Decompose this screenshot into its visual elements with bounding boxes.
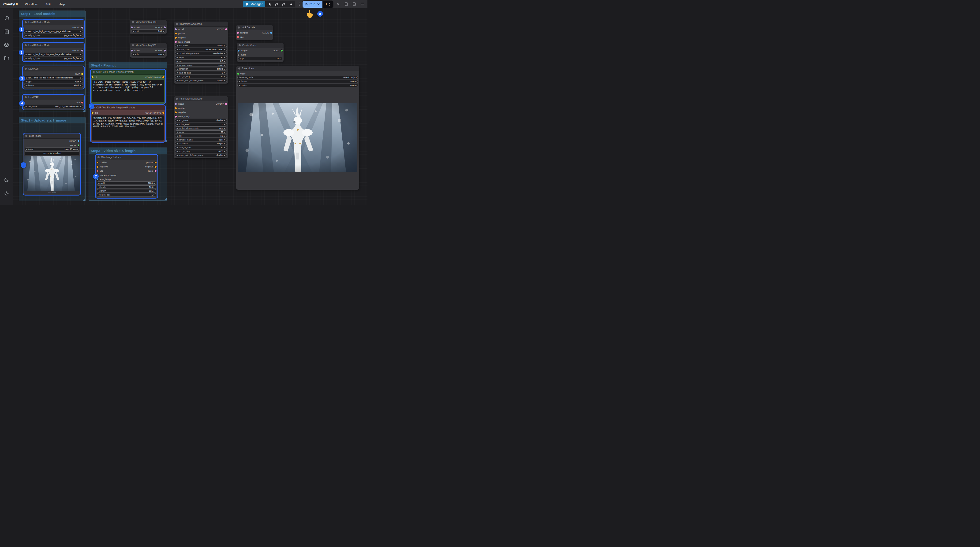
decrement-arrow-icon[interactable]: ◀ — [25, 77, 27, 79]
decrement-arrow-icon[interactable]: ◀ — [25, 57, 27, 59]
collapse-dot[interactable] — [238, 67, 240, 70]
widget-length[interactable]: ◀length121▶ — [97, 189, 156, 192]
node-modelsamplingsd3[interactable]: ModelSamplingSD3modelMODEL◀shift8.00▶ — [130, 20, 167, 35]
collapse-dot[interactable] — [97, 156, 100, 158]
output-port-mask[interactable] — [78, 144, 80, 146]
decrement-arrow-icon[interactable]: ◀ — [177, 127, 178, 129]
input-port-images[interactable] — [238, 50, 240, 52]
widget-vae-name[interactable]: ◀vae_namewan_2.1_vae.safetensors▶ — [24, 105, 83, 108]
window-icon[interactable] — [343, 1, 349, 7]
node-ksampler-advanced[interactable]: KSampler (Advanced)modelLATENTpositivene… — [174, 22, 228, 84]
increment-arrow-icon[interactable]: ▶ — [80, 57, 81, 59]
decrement-arrow-icon[interactable]: ◀ — [177, 79, 178, 81]
output-port-clip[interactable] — [81, 73, 83, 75]
decrement-arrow-icon[interactable]: ◀ — [133, 30, 134, 32]
widget-format[interactable]: ◀formatauto▶ — [237, 80, 358, 83]
increment-arrow-icon[interactable]: ▶ — [163, 30, 164, 32]
increment-arrow-icon[interactable]: ▶ — [154, 190, 155, 192]
output-port-conditioning[interactable] — [162, 76, 164, 78]
widget-control-after-generate[interactable]: ◀control after generaterandomize▶ — [175, 52, 227, 55]
widget-control-after-generate[interactable]: ◀control after generatefixed▶ — [175, 127, 227, 130]
widget-combo[interactable]: ◀wan2.2_i2v_high_noise_14B_fp8_scaled.sa… — [24, 30, 83, 33]
workflows-folder-icon[interactable] — [2, 54, 11, 63]
run-button[interactable]: Run — [302, 1, 323, 8]
node-clip-text-encode-negative-prompt[interactable]: CLIP Text Encode (Negative Prompt)clipCO… — [91, 105, 165, 142]
upload-button[interactable]: choose file to upload — [25, 152, 79, 155]
decrement-arrow-icon[interactable]: ◀ — [177, 151, 178, 152]
decrement-arrow-icon[interactable]: ◀ — [239, 84, 240, 86]
decrement-arrow-icon[interactable]: ◀ — [177, 72, 178, 73]
widget-fps[interactable]: ◀fps24▶ — [238, 57, 282, 60]
node-clip-text-encode-positive-prompt[interactable]: CLIP Text Encode (Positive Prompt)clipCO… — [91, 70, 165, 104]
decrement-arrow-icon[interactable]: ◀ — [177, 68, 178, 70]
drag-handle-icon[interactable] — [298, 3, 300, 6]
input-port-negative[interactable] — [175, 37, 177, 39]
decrement-arrow-icon[interactable]: ◀ — [177, 45, 178, 47]
collapse-dot[interactable] — [25, 96, 27, 98]
increment-arrow-icon[interactable]: ▶ — [224, 154, 226, 156]
close-icon[interactable] — [335, 1, 341, 7]
decrement-arrow-icon[interactable]: ◀ — [177, 143, 178, 144]
increment-arrow-icon[interactable]: ▶ — [355, 81, 357, 82]
node-load-image[interactable]: Load ImageIMAGEMASK◀imageinput-18.jpg▶ch… — [24, 133, 80, 195]
widget-scheduler[interactable]: ◀schedulersimple▶ — [175, 67, 227, 70]
input-port-clip[interactable] — [92, 112, 94, 114]
input-port-video[interactable] — [237, 73, 239, 75]
decrement-arrow-icon[interactable]: ◀ — [25, 31, 27, 32]
increment-arrow-icon[interactable]: ▶ — [224, 127, 226, 129]
increment-arrow-icon[interactable]: ▶ — [224, 56, 226, 58]
bottom-panel-icon[interactable] — [351, 1, 357, 7]
widget-noise-seed[interactable]: ◀noise_seed1042664824122032▶ — [175, 48, 227, 51]
widget-combo[interactable]: ◀wan2.2_i2v_low_noise_14B_fp8_scaled.saf… — [24, 53, 83, 56]
decrement-arrow-icon[interactable]: ◀ — [177, 147, 178, 148]
increment-arrow-icon[interactable]: ▶ — [80, 31, 81, 32]
widget-device[interactable]: ◀devicedefault▶ — [24, 84, 83, 87]
decrement-arrow-icon[interactable]: ◀ — [133, 54, 134, 55]
increment-arrow-icon[interactable]: ▶ — [224, 45, 226, 47]
widget-return-with-leftover-noise[interactable]: ◀return_with_leftover_noiseenable▶ — [175, 79, 227, 82]
output-port-model[interactable] — [81, 27, 83, 29]
collapse-dot[interactable] — [238, 27, 240, 29]
input-port-negative[interactable] — [175, 111, 177, 113]
widget-end-at-step[interactable]: ◀end_at_step10▶ — [175, 75, 227, 78]
prompt-textarea[interactable]: The white dragon warrior stands still, e… — [92, 80, 164, 102]
increment-arrow-icon[interactable]: ▶ — [154, 182, 155, 184]
menu-help[interactable]: Help — [55, 3, 69, 6]
output-port-positive[interactable] — [155, 162, 156, 163]
increment-arrow-icon[interactable]: ▶ — [80, 81, 81, 82]
increment-arrow-icon[interactable]: ▶ — [280, 58, 281, 59]
input-port-clip[interactable] — [92, 76, 94, 78]
increment-arrow-icon[interactable]: ▶ — [224, 131, 226, 133]
output-port-latent[interactable] — [225, 103, 227, 105]
decrement-arrow-icon[interactable]: ◀ — [177, 64, 178, 66]
workflow-history-icon[interactable] — [2, 14, 11, 23]
node-graph-canvas[interactable]: Step1 - Load modelsStep2 - Upload start_… — [0, 0, 368, 205]
node-library-icon[interactable] — [2, 27, 11, 36]
widget-height[interactable]: ◀height720▶ — [97, 186, 156, 189]
widget-sampler-name[interactable]: ◀sampler_nameeuler▶ — [175, 138, 227, 141]
collapse-dot[interactable] — [25, 68, 27, 70]
input-port-vae[interactable] — [237, 36, 239, 38]
node-create-video[interactable]: Create VideoimagesVIDEOaudio◀fps24▶ — [237, 43, 283, 62]
increment-arrow-icon[interactable]: ▶ — [76, 149, 78, 150]
widget-filename-prefix[interactable]: filename_prefixvideo/ComfyUI — [237, 76, 358, 79]
output-port-image[interactable] — [78, 140, 80, 142]
decrement-arrow-icon[interactable]: ◀ — [177, 135, 178, 137]
increment-arrow-icon[interactable]: ▶ — [224, 79, 226, 81]
output-port-latent[interactable] — [225, 29, 227, 30]
widget-steps[interactable]: ◀steps20▶ — [175, 56, 227, 59]
decrement-arrow-icon[interactable]: ◀ — [177, 154, 178, 156]
widget-start-at-step[interactable]: ◀start_at_step0▶ — [175, 71, 227, 75]
collapse-dot[interactable] — [239, 44, 241, 46]
increment-arrow-icon[interactable]: ▶ — [80, 106, 81, 107]
widget-width[interactable]: ◀width1280▶ — [97, 181, 156, 185]
node-modelsamplingsd3[interactable]: ModelSamplingSD3modelMODEL◀shift8.00▶ — [130, 43, 167, 58]
decrement-arrow-icon[interactable]: ◀ — [25, 81, 27, 82]
output-port-image[interactable] — [270, 32, 272, 34]
decrement-arrow-icon[interactable]: ◀ — [25, 54, 27, 55]
menu-icon[interactable] — [359, 1, 365, 7]
output-port-video[interactable] — [281, 50, 283, 52]
settings-icon[interactable] — [2, 189, 11, 198]
node-vae-decode[interactable]: VAE DecodesamplesIMAGEvae — [236, 25, 273, 40]
node-load-vae[interactable]: Load VAEVAE◀vae_namewan_2.1_vae.safetens… — [23, 95, 84, 109]
